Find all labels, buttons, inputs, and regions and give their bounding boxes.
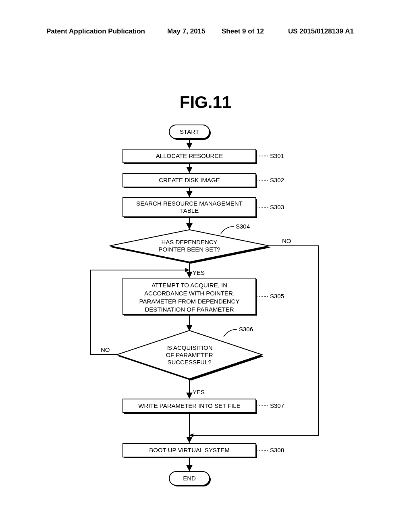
step-s305-ref: S305 — [270, 293, 284, 299]
leader — [221, 227, 234, 234]
decision-s304-text-l1: HAS DEPENDENCY — [161, 239, 217, 245]
decision-s304-text-l2: POINTER BEEN SET? — [158, 246, 220, 253]
decision-s304: HAS DEPENDENCY POINTER BEEN SET? — [110, 230, 271, 264]
header-docnum: US 2015/0128139 A1 — [288, 27, 354, 35]
decision-s306-text-l2: OF PARAMETER — [166, 351, 213, 358]
start-terminator: START — [169, 125, 211, 140]
start-label: START — [180, 128, 199, 135]
step-s308-text: BOOT UP VIRTUAL SYSTEM — [149, 447, 230, 453]
step-s302: CREATE DISK IMAGE — [123, 173, 257, 188]
step-s303-text-l2: TABLE — [180, 207, 199, 214]
step-s308: BOOT UP VIRTUAL SYSTEM — [123, 443, 257, 458]
step-s303-text-l1: SEARCH RESOURCE MANAGEMENT — [136, 200, 242, 207]
decision-s304-ref: S304 — [236, 223, 250, 230]
leader — [224, 329, 237, 337]
end-label: END — [183, 475, 196, 482]
header-sheet: Sheet 9 of 12 — [222, 27, 264, 35]
label-yes: YES — [193, 269, 205, 276]
flowchart: START ALLOCATE RESOURCE S301 CREATE DISK… — [0, 117, 411, 504]
step-s303-ref: S303 — [270, 204, 284, 210]
decision-s306-text-l1: IS ACQUISITION — [166, 344, 212, 351]
decision-s306-text-l3: SUCCESSFUL? — [167, 359, 211, 366]
step-s308-ref: S308 — [270, 447, 284, 453]
step-s307-ref: S307 — [270, 402, 284, 409]
step-s307-text: WRITE PARAMETER INTO SET FILE — [138, 402, 240, 409]
step-s305: ATTEMPT TO ACQUIRE, IN ACCORDANCE WITH P… — [123, 278, 257, 316]
step-s302-ref: S302 — [270, 177, 284, 183]
step-s303: SEARCH RESOURCE MANAGEMENT TABLE — [123, 197, 257, 218]
step-s301-ref: S301 — [270, 152, 284, 159]
step-s305-text-l4: DESTINATION OF PARAMETER — [145, 306, 234, 313]
header-left: Patent Application Publication — [46, 27, 145, 35]
label-yes2: YES — [193, 389, 205, 395]
label-no: NO — [282, 237, 291, 244]
decision-s306-ref: S306 — [239, 326, 253, 332]
step-s307: WRITE PARAMETER INTO SET FILE — [123, 399, 257, 414]
step-s302-text: CREATE DISK IMAGE — [159, 177, 220, 183]
step-s305-text-l1: ATTEMPT TO ACQUIRE, IN — [152, 282, 227, 289]
step-s301-text: ALLOCATE RESOURCE — [156, 152, 223, 159]
header-date: May 7, 2015 — [167, 27, 206, 35]
end-terminator: END — [169, 472, 211, 486]
figure-title: FIG.11 — [0, 93, 411, 112]
arrowhead-loop — [185, 268, 189, 272]
label-no2: NO — [101, 346, 110, 353]
step-s305-text-l3: PARAMETER FROM DEPENDENCY — [139, 298, 240, 305]
arrowhead-merge — [189, 433, 193, 437]
decision-s306: IS ACQUISITION OF PARAMETER SUCCESSFUL? — [117, 330, 264, 380]
step-s305-text-l2: ACCORDANCE WITH POINTER, — [144, 290, 235, 297]
step-s301: ALLOCATE RESOURCE — [123, 149, 257, 164]
